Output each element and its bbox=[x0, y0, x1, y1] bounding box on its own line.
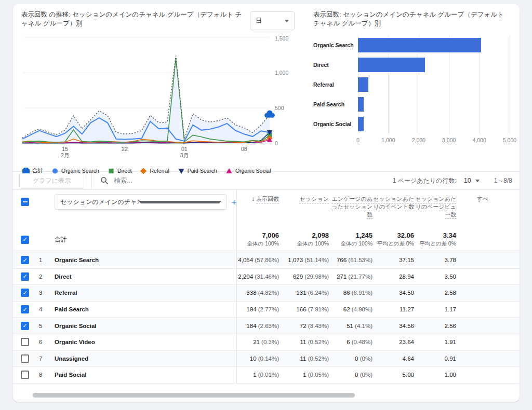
legend-item-direct[interactable]: Direct bbox=[108, 168, 131, 174]
legend-item-合計[interactable]: 合計 bbox=[22, 167, 43, 174]
row-checkbox[interactable] bbox=[21, 256, 29, 264]
interval-dropdown[interactable]: 日 bbox=[250, 11, 295, 30]
column-divider bbox=[236, 190, 237, 384]
row-number: 2 bbox=[37, 274, 55, 280]
svg-text:500: 500 bbox=[275, 105, 284, 111]
select-all-checkbox[interactable] bbox=[21, 198, 29, 206]
metric-cell: 1.91 bbox=[414, 339, 456, 345]
gridline bbox=[480, 75, 480, 94]
bar-organic-search[interactable] bbox=[358, 38, 481, 52]
metric-cell: 86 (6.91%) bbox=[329, 290, 373, 296]
legend-item-organic-search[interactable]: Organic Search bbox=[51, 168, 99, 174]
chevron-down-icon bbox=[285, 20, 289, 22]
table-row-organic-search: 1Organic Search4,054 (57.86%)1,073 (51.1… bbox=[13, 252, 520, 269]
metric-cell: 11 (0.52%) bbox=[279, 356, 329, 362]
bar-chart-panel: 表示回数: セッションのメインのチャネル グループ（デフォルト チャネル グルー… bbox=[304, 4, 520, 171]
metric-cell: 6 (0.48%) bbox=[329, 339, 373, 345]
gridline bbox=[449, 114, 449, 134]
metric-cell: 51 (4.1%) bbox=[329, 323, 373, 329]
bar-organic-social[interactable] bbox=[358, 117, 364, 131]
svg-text:0: 0 bbox=[275, 140, 278, 146]
row-number: 4 bbox=[37, 306, 55, 312]
search-input[interactable] bbox=[114, 177, 270, 184]
search-icon bbox=[100, 176, 109, 185]
totals-cell: 7,006全体の 100% bbox=[236, 231, 279, 248]
row-checkbox[interactable] bbox=[21, 371, 29, 379]
triangle-down-icon bbox=[178, 168, 185, 174]
gridline bbox=[510, 94, 510, 114]
row-number: 7 bbox=[37, 356, 55, 362]
bar-chart-title: 表示回数: セッションのメインのチャネル グループ（デフォルト チャネル グルー… bbox=[313, 10, 511, 28]
column-header-6[interactable]: すべ bbox=[456, 194, 488, 203]
square-icon bbox=[108, 168, 115, 174]
totals-cell: 1,245全体の 100% bbox=[329, 231, 373, 248]
axis-tick-label: 5,000 bbox=[503, 137, 516, 143]
row-checkbox[interactable] bbox=[21, 305, 29, 313]
metric-cell: 629 (29.98%) bbox=[279, 274, 329, 280]
column-header-label: 表示回数 bbox=[256, 196, 279, 202]
table-row-paid-social: 8Paid Social1 (0.01%)1 (0.05%)0 (0%)5.00… bbox=[13, 367, 520, 384]
metric-cell: 4,054 (57.86%) bbox=[236, 257, 279, 263]
bar-x-axis: 01,0002,0003,0004,0005,000 bbox=[358, 134, 510, 144]
row-checkbox[interactable] bbox=[21, 354, 29, 363]
dimension-dropdown[interactable]: セッションのメインのチャネル ...ォルト チャネル グループ) bbox=[55, 194, 227, 210]
cloud-icon bbox=[22, 168, 30, 174]
axis-tick-label: 3,000 bbox=[442, 137, 456, 143]
gridline bbox=[480, 55, 480, 75]
gridline bbox=[419, 75, 419, 94]
bar-category-label: Organic Search bbox=[313, 42, 358, 48]
table-row-organic-video: 6Organic Video21 (0.3%)11 (0.52%)6 (0.48… bbox=[13, 334, 520, 351]
axis-tick-label: 1,000 bbox=[381, 137, 395, 143]
gridline bbox=[388, 114, 389, 134]
table-body: 1Organic Search4,054 (57.86%)1,073 (51.1… bbox=[13, 252, 520, 384]
svg-text:2月: 2月 bbox=[61, 152, 69, 158]
metric-cell: 5.00 bbox=[373, 372, 414, 378]
metric-cell: 2.56 bbox=[414, 323, 456, 329]
metric-cell: 0 (0%) bbox=[329, 372, 373, 378]
row-checkbox[interactable] bbox=[21, 289, 29, 297]
metric-cell: 1 (0.01%) bbox=[236, 372, 279, 378]
table-row-paid-search: 4Paid Search194 (2.77%)166 (7.91%)62 (4.… bbox=[13, 302, 520, 318]
column-header-3[interactable]: エンゲージのあったセッション数 bbox=[329, 194, 373, 218]
legend-item-paid-search[interactable]: Paid Search bbox=[178, 168, 217, 174]
metric-cell: 10 (0.14%) bbox=[236, 356, 279, 362]
circle-icon bbox=[51, 168, 59, 174]
gridline bbox=[449, 94, 449, 114]
bar-paid-search[interactable] bbox=[358, 97, 364, 112]
totals-label: 合計 bbox=[55, 235, 236, 244]
svg-text:1,000: 1,000 bbox=[275, 70, 288, 76]
gridline bbox=[419, 114, 419, 134]
column-header-label: セッションあたりのページビュー数 bbox=[415, 196, 456, 217]
table-header-row: セッションのメインのチャネル ...ォルト チャネル グループ) + ↓表示回数… bbox=[13, 190, 520, 227]
bar-category-label: Paid Search bbox=[313, 101, 358, 107]
column-header-4[interactable]: セッションあたりのイベント数 bbox=[373, 194, 414, 211]
gridline bbox=[510, 75, 510, 94]
table-row-referral: 3Referral338 (4.82%)131 (6.24%)86 (6.91%… bbox=[13, 285, 520, 302]
bar-referral[interactable] bbox=[358, 77, 368, 92]
bar-direct[interactable] bbox=[358, 58, 425, 72]
row-checkbox[interactable] bbox=[21, 322, 29, 330]
gridline bbox=[480, 94, 480, 114]
channel-name: Direct bbox=[55, 274, 236, 280]
report-card: 表示回数 の推移: セッションのメインのチャネル グループ（デフォルト チャネル… bbox=[13, 4, 520, 402]
bar-row-organic-social: Organic Social bbox=[313, 114, 511, 134]
column-header-2[interactable]: セッション bbox=[279, 194, 329, 203]
row-checkbox[interactable] bbox=[21, 338, 29, 346]
metric-cell: 4.64 bbox=[373, 356, 414, 362]
gridline bbox=[510, 35, 510, 55]
diamond-icon bbox=[140, 168, 147, 174]
totals-checkbox[interactable] bbox=[21, 236, 29, 244]
column-header-5[interactable]: セッションあたりのページビュー数 bbox=[414, 194, 456, 218]
line-chart-panel: 表示回数 の推移: セッションのメインのチャネル グループ（デフォルト チャネル… bbox=[13, 4, 304, 171]
scrollbar-thumb[interactable] bbox=[33, 393, 355, 398]
column-header-1[interactable]: ↓表示回数 bbox=[236, 194, 279, 203]
legend-item-referral[interactable]: Referral bbox=[140, 168, 169, 174]
channel-name: Unassigned bbox=[55, 356, 236, 362]
svg-text:08: 08 bbox=[241, 146, 247, 152]
totals-cell: 2,098全体の 100% bbox=[279, 231, 329, 248]
legend-item-organic-social[interactable]: Organic Social bbox=[225, 168, 271, 174]
row-checkbox[interactable] bbox=[21, 272, 29, 281]
rows-per-page-dropdown[interactable]: 10 1～8/8 bbox=[457, 176, 512, 185]
show-in-chart-button[interactable]: グラフに表示 bbox=[19, 173, 84, 189]
metric-cell: 131 (6.24%) bbox=[279, 290, 329, 296]
